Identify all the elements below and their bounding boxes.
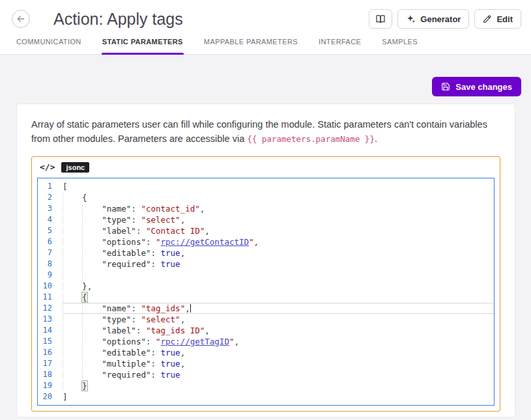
- indent-guide: [63, 259, 82, 269]
- edit-label: Edit: [496, 14, 513, 24]
- code-line[interactable]: 12 "name": "tag_ids",: [38, 303, 494, 314]
- code-line[interactable]: 1[: [38, 181, 494, 192]
- static-parameters-card: Array of static parameters user can fill…: [16, 104, 515, 417]
- code-token: :: [131, 215, 141, 225]
- code-line-text: "name": "tag_ids",: [63, 303, 494, 314]
- description-period: .: [375, 133, 377, 144]
- rpc-link[interactable]: rpc://getContactID: [161, 237, 249, 247]
- code-line-text: "label": "Contact ID",: [63, 225, 494, 236]
- save-changes-button[interactable]: Save changes: [432, 77, 521, 96]
- code-token: :: [151, 359, 160, 369]
- tab-mappable-parameters[interactable]: MAPPABLE PARAMETERS: [203, 34, 298, 54]
- code-token: "select": [141, 215, 180, 225]
- code-line-text: },: [63, 281, 494, 292]
- code-line-text: ]: [63, 391, 494, 402]
- line-number: 12: [38, 303, 63, 314]
- code-token: ,: [200, 204, 205, 214]
- code-token: :: [146, 237, 156, 247]
- code-line-text: "required": true: [63, 259, 494, 270]
- code-line[interactable]: 18 "required": true: [38, 369, 494, 380]
- line-number: 18: [38, 369, 63, 380]
- edit-button[interactable]: Edit: [474, 9, 521, 29]
- line-number: 8: [38, 259, 63, 270]
- line-number: 17: [38, 358, 63, 369]
- code-line[interactable]: 4 "type": "select",: [38, 214, 494, 225]
- arrow-left-icon: [16, 14, 26, 24]
- indent-guide: [82, 303, 102, 313]
- code-line[interactable]: 3 "name": "contact_id",: [38, 203, 494, 214]
- code-token: ,: [180, 359, 186, 369]
- code-line[interactable]: 15 "options": "rpc://getTagID",: [38, 336, 494, 347]
- code-line[interactable]: 20]: [38, 391, 494, 402]
- docs-button[interactable]: [369, 9, 392, 29]
- code-token: "editable": [102, 248, 151, 258]
- code-token: ,: [180, 348, 186, 357]
- code-line[interactable]: 19 }: [38, 380, 494, 391]
- rpc-link[interactable]: rpc://getTagID: [161, 337, 229, 346]
- code-token: ,: [234, 337, 239, 346]
- code-token: [: [63, 182, 68, 191]
- inline-code: {{ parameters.paramName }}: [247, 134, 375, 144]
- code-line[interactable]: 5 "label": "Contact ID",: [38, 225, 494, 236]
- code-token: :: [131, 303, 141, 313]
- code-line[interactable]: 14 "label": "tag_ids ID",: [38, 325, 494, 336]
- indent-guide: [82, 315, 102, 324]
- code-line[interactable]: 13 "type": "select",: [38, 314, 494, 325]
- indent-guide: [63, 359, 82, 369]
- indent-guide: [82, 215, 102, 225]
- code-line[interactable]: 10 },: [38, 281, 494, 292]
- code-token: true: [161, 348, 180, 357]
- tab-samples[interactable]: SAMPLES: [381, 34, 418, 54]
- code-line-text: [: [63, 181, 494, 192]
- code-token: true: [161, 359, 180, 369]
- code-line-text: "multiple": true,: [63, 358, 494, 369]
- code-token: {: [82, 292, 87, 302]
- code-token: :: [151, 259, 160, 269]
- indent-guide: [63, 315, 82, 324]
- header-top: Action: Apply tags Generator Edit: [0, 0, 531, 31]
- app-header: Action: Apply tags Generator Edit COMMUN: [0, 0, 531, 55]
- indent-guide: [82, 348, 102, 357]
- code-token: ,: [254, 237, 259, 247]
- indent-guide: [63, 226, 82, 236]
- code-token: ,: [205, 326, 210, 335]
- code-line[interactable]: 11 {: [38, 292, 494, 303]
- code-token: "required": [102, 370, 151, 380]
- line-number: 9: [38, 270, 63, 281]
- line-number: 6: [38, 236, 63, 247]
- code-token: ,: [205, 226, 210, 236]
- code-line[interactable]: 17 "multiple": true,: [38, 358, 494, 369]
- indent-guide: [63, 326, 82, 335]
- code-line-text: "type": "select",: [63, 314, 494, 325]
- tab-static-parameters[interactable]: STATIC PARAMETERS: [102, 34, 184, 54]
- code-token: true: [161, 370, 180, 380]
- line-number: 16: [38, 347, 63, 358]
- generator-button[interactable]: Generator: [397, 9, 469, 29]
- code-line-text: "label": "tag_ids ID",: [63, 325, 494, 336]
- line-number: 5: [38, 225, 63, 236]
- code-line[interactable]: 16 "editable": true,: [38, 347, 494, 358]
- code-token: ,: [180, 315, 186, 324]
- code-line[interactable]: 9: [38, 270, 494, 281]
- code-line[interactable]: 2 {: [38, 192, 494, 203]
- code-token: {: [82, 193, 87, 203]
- back-button[interactable]: [12, 10, 30, 28]
- code-line[interactable]: 8 "required": true: [38, 259, 494, 270]
- line-number: 2: [38, 192, 63, 203]
- code-editor[interactable]: 1[2 {3 "name": "contact_id",4 "type": "s…: [37, 178, 495, 406]
- tab-communication[interactable]: COMMUNICATION: [16, 34, 82, 54]
- line-number: 1: [38, 181, 63, 192]
- code-token: "name": [102, 204, 131, 214]
- code-token: "label": [102, 326, 136, 335]
- indent-guide: [82, 359, 102, 369]
- tab-interface[interactable]: INTERFACE: [318, 34, 362, 54]
- description: Array of static parameters user can fill…: [31, 117, 500, 147]
- indent-guide: [82, 248, 102, 258]
- line-number: 14: [38, 325, 63, 336]
- code-line[interactable]: 6 "options": "rpc://getContactID",: [38, 236, 494, 247]
- language-badge: jsonc: [61, 162, 89, 173]
- code-line[interactable]: 7 "editable": true,: [38, 247, 494, 259]
- content: Save changes Array of static parameters …: [0, 55, 531, 417]
- code-token: "name": [102, 303, 131, 313]
- code-token: "contact_id": [141, 204, 199, 214]
